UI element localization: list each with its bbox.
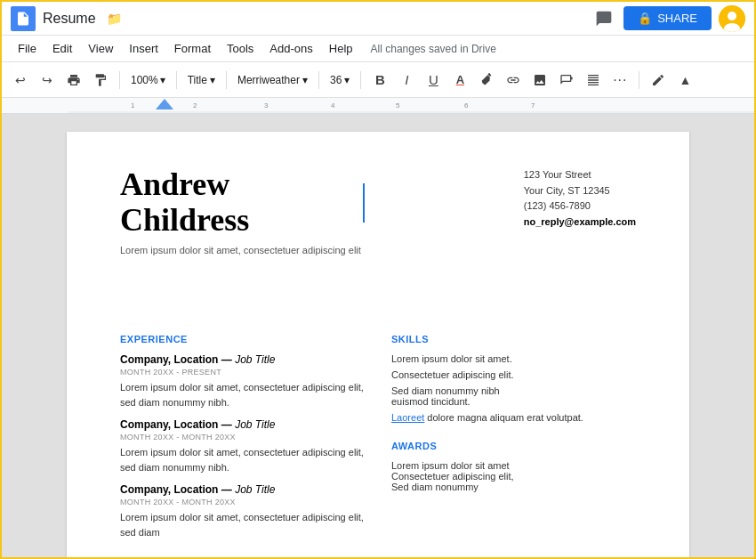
skill-4: Laoreet dolore magna aliquam erat volutp…	[391, 412, 636, 423]
comments-button[interactable]	[591, 6, 616, 31]
editor-area[interactable]: Andrew Childress Lorem ipsum dolor sit a…	[2, 114, 754, 557]
menu-view[interactable]: View	[81, 38, 120, 59]
zoom-selector[interactable]: 100% ▾	[127, 69, 169, 92]
share-label: SHARE	[657, 12, 697, 25]
lock-icon: 🔒	[638, 12, 652, 25]
undo-button[interactable]: ↩	[9, 69, 32, 92]
job-3: Company, Location — Job Title MONTH 20XX…	[120, 483, 365, 539]
insertcomment-button[interactable]	[555, 69, 578, 92]
link-button[interactable]	[502, 69, 525, 92]
user-avatar[interactable]	[719, 5, 745, 32]
redo-button[interactable]: ↪	[36, 69, 59, 92]
textcolor-button[interactable]: A	[448, 69, 471, 92]
italic-button[interactable]: I	[395, 69, 418, 92]
style-selector[interactable]: Title ▾	[184, 69, 219, 92]
menu-file[interactable]: File	[11, 38, 44, 59]
job-2-date: MONTH 20XX - MONTH 20XX	[120, 433, 365, 442]
style-value: Title	[188, 74, 207, 86]
toolbar: ↩ ↪ 100% ▾ Title ▾ Merriweather ▾ 36 ▾ B	[2, 62, 754, 98]
divider-1	[119, 71, 120, 89]
svg-text:2: 2	[193, 101, 197, 109]
contact-block: 123 Your Street Your City, ST 12345 (123…	[391, 167, 636, 302]
name-block: Andrew Childress Lorem ipsum dolor sit a…	[120, 167, 365, 302]
job-2-desc: Lorem ipsum dolor sit amet, consectetuer…	[120, 445, 365, 474]
svg-text:4: 4	[331, 101, 335, 109]
align-button[interactable]	[582, 69, 605, 92]
more-button[interactable]: ···	[608, 69, 631, 92]
menu-insert[interactable]: Insert	[122, 38, 165, 59]
autosave-status: All changes saved in Drive	[371, 43, 496, 55]
skills-header: SKILLS	[391, 334, 636, 344]
job-1: Company, Location — Job Title MONTH 20XX…	[120, 353, 365, 409]
divider-2	[176, 71, 177, 89]
svg-rect-0	[20, 19, 27, 20]
contact-info: 123 Your Street Your City, ST 12345 (123…	[524, 167, 636, 230]
email: no_reply@example.com	[524, 215, 636, 231]
document-title: Resume	[43, 11, 96, 27]
divider-3	[226, 71, 227, 89]
insertimage-button[interactable]	[528, 69, 551, 92]
paintformat-button[interactable]	[89, 69, 112, 92]
underline-button[interactable]: U	[422, 69, 445, 92]
font-arrow: ▾	[302, 74, 308, 86]
font-value: Merriweather	[237, 74, 300, 86]
expand-button[interactable]: ▲	[673, 69, 696, 92]
divider-4	[318, 71, 319, 89]
skills-awards-section: SKILLS Lorem ipsum dolor sit amet. Conse…	[391, 320, 636, 557]
main-content: EXPERIENCE Company, Location — Job Title…	[120, 320, 636, 557]
title-actions: 🔒 SHARE	[591, 5, 745, 32]
share-button[interactable]: 🔒 SHARE	[623, 6, 712, 30]
job-3-title: Company, Location — Job Title	[120, 483, 365, 496]
job-1-date: MONTH 20XX - PRESENT	[120, 368, 365, 377]
fontsize-selector[interactable]: 36 ▾	[326, 69, 353, 92]
highlight-button[interactable]	[475, 69, 498, 92]
header-section: Andrew Childress Lorem ipsum dolor sit a…	[120, 167, 636, 302]
skill-3: Sed diam nonummy nibheuismod tincidunt.	[391, 385, 636, 407]
job-1-desc: Lorem ipsum dolor sit amet, consectetuer…	[120, 380, 365, 409]
svg-text:1: 1	[131, 101, 135, 109]
divider-5	[360, 71, 361, 89]
svg-text:6: 6	[464, 101, 469, 109]
style-arrow: ▾	[210, 74, 215, 86]
zoom-value: 100%	[131, 74, 158, 86]
skill-1: Lorem ipsum dolor sit amet.	[391, 353, 636, 364]
job-3-date: MONTH 20XX - MONTH 20XX	[120, 498, 365, 506]
svg-point-3	[728, 12, 736, 20]
resume-subtitle: Lorem ipsum dolor sit amet, consectetuer…	[120, 245, 365, 255]
job-2-title: Company, Location — Job Title	[120, 418, 365, 431]
menu-addons[interactable]: Add-ons	[262, 38, 319, 59]
font-selector[interactable]: Merriweather ▾	[234, 69, 311, 92]
menu-tools[interactable]: Tools	[220, 38, 261, 59]
laoreet-link[interactable]: Laoreet	[391, 412, 424, 423]
awards-header: AWARDS	[391, 441, 636, 451]
awards-text: Lorem ipsum dolor sit ametConsectetuer a…	[391, 460, 636, 492]
experience-section: EXPERIENCE Company, Location — Job Title…	[120, 320, 365, 557]
skill-2: Consectetuer adipiscing elit.	[391, 369, 636, 380]
svg-text:5: 5	[396, 101, 400, 109]
bold-button[interactable]: B	[368, 69, 391, 92]
svg-rect-1	[20, 21, 25, 22]
zoom-arrow: ▾	[160, 74, 165, 86]
svg-text:3: 3	[264, 101, 269, 109]
resume-name: Andrew Childress	[120, 167, 361, 238]
job-2: Company, Location — Job Title MONTH 20XX…	[120, 418, 365, 474]
app-logo	[11, 6, 36, 31]
folder-icon[interactable]: 📁	[107, 12, 122, 26]
document-page: Andrew Childress Lorem ipsum dolor sit a…	[67, 132, 689, 557]
menu-edit[interactable]: Edit	[45, 38, 79, 59]
app-container: Resume 📁 🔒 SHARE File E	[0, 0, 756, 559]
editmode-button[interactable]	[647, 69, 670, 92]
menu-help[interactable]: Help	[322, 38, 360, 59]
experience-header: EXPERIENCE	[120, 334, 365, 344]
job-1-title: Company, Location — Job Title	[120, 353, 365, 366]
menu-bar: File Edit View Insert Format Tools Add-o…	[2, 36, 754, 62]
ruler: 1 2 3 4 5 6 7	[2, 98, 754, 114]
phone: (123) 456-7890	[524, 198, 636, 215]
fontsize-value: 36	[330, 74, 342, 86]
menu-format[interactable]: Format	[167, 38, 218, 59]
fontsize-arrow: ▾	[344, 74, 350, 86]
svg-text:7: 7	[531, 101, 535, 109]
street: 123 Your Street	[524, 167, 636, 183]
print-button[interactable]	[62, 69, 85, 92]
title-bar: Resume 📁 🔒 SHARE	[2, 2, 754, 36]
